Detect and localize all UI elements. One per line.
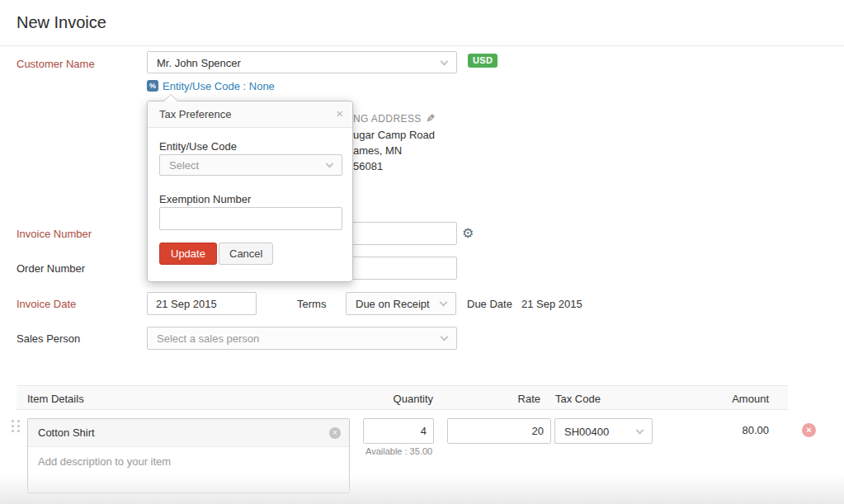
page-bottom-gradient	[0, 474, 844, 504]
item-table-header: Item Details Quantity Rate Tax Code Amou…	[17, 385, 788, 410]
address-line: ugar Camp Road	[353, 129, 435, 141]
chevron-down-icon	[636, 426, 644, 434]
new-invoice-page: New Invoice Customer Name Mr. John Spenc…	[0, 0, 844, 504]
terms-select[interactable]: Due on Receipt	[346, 292, 456, 315]
header-divider	[0, 45, 844, 46]
page-title: New Invoice	[17, 13, 106, 32]
col-amount: Amount	[703, 393, 769, 405]
chevron-down-icon	[441, 333, 449, 341]
item-name-value: Cotton Shirt	[38, 426, 95, 439]
col-quantity: Quantity	[367, 393, 433, 405]
popup-header: Tax Preference ×	[148, 101, 352, 128]
col-tax-code: Tax Code	[555, 393, 601, 405]
row-drag-handle[interactable]	[12, 420, 20, 435]
rate-input[interactable]	[447, 418, 551, 444]
currency-badge: USD	[468, 54, 497, 68]
invoice-date-label: Invoice Date	[17, 298, 76, 310]
sales-person-label: Sales Person	[17, 332, 80, 345]
sales-person-placeholder: Select a sales person	[157, 332, 259, 345]
customer-select[interactable]: Mr. John Spencer	[147, 51, 457, 73]
customer-selected-value: Mr. John Spencer	[157, 56, 241, 68]
chevron-down-icon	[441, 57, 449, 65]
edit-address-pencil-icon[interactable]: ✎	[426, 112, 435, 125]
exemption-number-input[interactable]	[159, 207, 342, 230]
terms-selected-value: Due on Receipt	[356, 298, 430, 310]
tax-code-value: SH00400	[564, 425, 609, 437]
customer-name-label: Customer Name	[17, 58, 95, 70]
terms-label: Terms	[297, 298, 326, 310]
order-number-label: Order Number	[17, 262, 85, 275]
billing-address-heading-text: NG ADDRESS	[353, 113, 422, 125]
clear-item-icon[interactable]: ×	[329, 427, 341, 439]
invoice-date-input[interactable]	[147, 292, 257, 315]
tax-preference-popup: Tax Preference × Entity/Use Code Select …	[147, 101, 353, 282]
item-description-input[interactable]: Add description to your item	[38, 455, 171, 468]
update-button[interactable]: Update	[159, 243, 217, 265]
address-line: ames, MN	[353, 144, 435, 157]
quantity-input[interactable]	[363, 418, 434, 444]
billing-address-block: NG ADDRESS✎ ugar Camp Road ames, MN 5608…	[353, 112, 435, 172]
address-line: 56081	[353, 160, 435, 172]
entity-use-code-select[interactable]: Select	[159, 154, 342, 176]
popup-title: Tax Preference	[159, 108, 231, 120]
chevron-down-icon	[326, 160, 334, 168]
delete-row-icon[interactable]: ×	[802, 423, 816, 437]
item-name-input[interactable]: Cotton Shirt ×	[28, 419, 349, 447]
due-date-label: Due Date	[467, 298, 512, 310]
due-date-value: 21 Sep 2015	[521, 298, 582, 310]
percent-icon: %	[147, 80, 158, 92]
line-amount: 80.00	[703, 424, 769, 436]
col-rate: Rate	[474, 393, 540, 405]
invoice-number-label: Invoice Number	[17, 228, 92, 240]
exemption-number-label: Exemption Number	[159, 193, 251, 205]
close-icon[interactable]: ×	[336, 106, 343, 120]
entity-use-code-link[interactable]: Entity/Use Code : None	[163, 80, 275, 92]
tax-code-select[interactable]: SH00400	[554, 418, 653, 444]
gear-icon[interactable]: ⚙	[462, 227, 474, 240]
cancel-button[interactable]: Cancel	[219, 243, 273, 265]
available-stock-note: Available : 35.00	[365, 446, 432, 456]
entity-use-code-placeholder: Select	[169, 159, 199, 172]
billing-address-heading: NG ADDRESS✎	[353, 112, 435, 125]
col-item-details: Item Details	[27, 393, 84, 405]
entity-use-code-label: Entity/Use Code	[159, 140, 237, 153]
sales-person-select[interactable]: Select a sales person	[147, 327, 457, 350]
chevron-down-icon	[440, 299, 448, 307]
popup-arrow	[164, 95, 177, 101]
